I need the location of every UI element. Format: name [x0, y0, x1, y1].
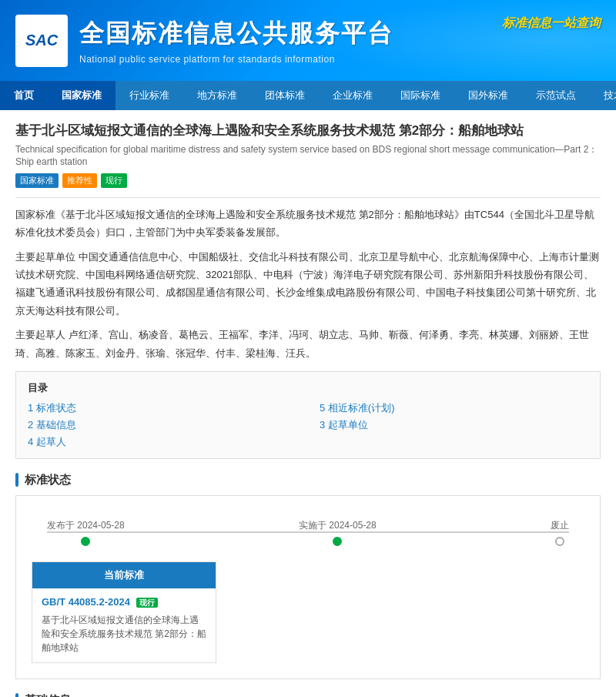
nav-item-committee[interactable]: 技术委员会: [590, 81, 616, 110]
main-nav: 首页 国家标准 行业标准 地方标准 团体标准 企业标准 国际标准 国外标准 示范…: [0, 81, 616, 110]
page-title: 基于北斗区域短报文通信的全球海上遇险和安全系统服务技术规范 第2部分：船舶地球站: [15, 122, 601, 140]
current-std-badge: 现行: [136, 598, 158, 608]
header-slogan: 标准信息一站查询: [502, 15, 601, 32]
current-std-header: 当前标准: [32, 562, 216, 588]
timeline-label-publish: 发布于 2024-05-28: [47, 519, 125, 532]
nav-item-local[interactable]: 地方标准: [183, 81, 251, 110]
timeline-node-obsolete: 废止: [551, 519, 569, 546]
badge-current: 现行: [101, 173, 127, 188]
toc-item-4[interactable]: 4 起草人: [28, 435, 296, 449]
nav-item-home[interactable]: 首页: [0, 81, 48, 110]
current-std-box: 当前标准 GB/T 44085.2-2024 现行 基于北斗区域短报文通信的全球…: [32, 561, 216, 663]
badge-recommended: 推荐性: [62, 173, 97, 188]
timeline-dot-implement: [333, 537, 342, 546]
current-std-number: GB/T 44085.2-2024 现行: [42, 596, 206, 608]
timeline: 发布于 2024-05-28 实施于 2024-05-28 废止: [47, 519, 569, 546]
timeline-label-implement: 实施于 2024-05-28: [299, 519, 377, 532]
section-bar: [15, 473, 18, 487]
nav-item-group[interactable]: 团体标准: [251, 81, 319, 110]
timeline-dot-obsolete: [555, 537, 564, 546]
desc3: 主要起草人 卢红泽、宫山、杨凌音、葛艳云、王福军、李洋、冯珂、胡立志、马帅、靳薇…: [15, 326, 601, 362]
toc-item-2[interactable]: 2 基础信息: [28, 418, 296, 432]
sac-logo: SAC: [15, 15, 68, 67]
toc-grid: 1 标准状态 5 相近标准(计划) 2 基础信息 3 起草单位 4 起草人: [28, 401, 588, 449]
current-std-body: GB/T 44085.2-2024 现行 基于北斗区域短报文通信的全球海上遇险和…: [32, 588, 216, 662]
nav-item-national[interactable]: 国家标准: [48, 81, 116, 110]
desc1: 国家标准《基于北斗区域短报文通信的全球海上遇险和安全系统服务技术规范 第2部分：…: [15, 206, 601, 242]
toc-item-1[interactable]: 1 标准状态: [28, 401, 296, 415]
basic-info-title: 基础信息: [25, 693, 71, 697]
basic-info-section-header: 基础信息: [15, 693, 601, 697]
toc-item-3[interactable]: 3 起草单位: [320, 418, 588, 432]
toc: 目录 1 标准状态 5 相近标准(计划) 2 基础信息 3 起草单位 4 起草人: [15, 371, 601, 459]
desc2: 主要起草单位 中国交通通信信息中心、中国船级社、交信北斗科技有限公司、北京卫星导…: [15, 248, 601, 320]
badges: 国家标准 推荐性 现行: [15, 173, 601, 188]
toc-title: 目录: [28, 381, 588, 395]
timeline-container: 发布于 2024-05-28 实施于 2024-05-28 废止 当前标准 GB…: [15, 495, 601, 679]
nav-item-foreign[interactable]: 国外标准: [454, 81, 522, 110]
current-std-desc: 基于北斗区域短报文通信的全球海上遇险和安全系统服务技术规范 第2部分：船舶地球站: [42, 613, 206, 655]
basic-info-bar: [15, 693, 18, 697]
timeline-node-publish: 发布于 2024-05-28: [47, 519, 125, 546]
timeline-label-obsolete: 废止: [551, 519, 569, 532]
timeline-node-implement: 实施于 2024-05-28: [299, 519, 377, 546]
status-title: 标准状态: [25, 473, 71, 488]
header: SAC 全国标准信息公共服务平台 National public service…: [0, 0, 616, 81]
timeline-dot-publish: [81, 537, 90, 546]
toc-item-5[interactable]: 5 相近标准(计划): [320, 401, 588, 415]
nav-item-enterprise[interactable]: 企业标准: [319, 81, 387, 110]
page-subtitle: Technical specification for global marit…: [15, 143, 601, 167]
nav-item-industry[interactable]: 行业标准: [116, 81, 183, 110]
badge-national: 国家标准: [15, 173, 59, 188]
nav-item-international[interactable]: 国际标准: [387, 81, 454, 110]
nav-item-demo[interactable]: 示范试点: [522, 81, 590, 110]
status-section-header: 标准状态: [15, 473, 601, 488]
main-content: 基于北斗区域短报文通信的全球海上遇险和安全系统服务技术规范 第2部分：船舶地球站…: [0, 110, 616, 697]
current-std-wrapper: 当前标准 GB/T 44085.2-2024 现行 基于北斗区域短报文通信的全球…: [32, 561, 216, 663]
